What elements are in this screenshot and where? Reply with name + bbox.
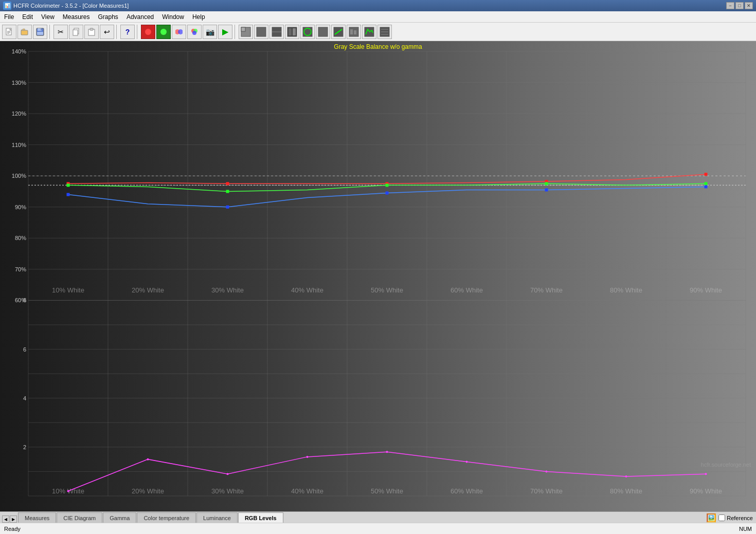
tab-prev-button[interactable]: ◀: [2, 515, 9, 523]
svg-rect-26: [289, 28, 292, 35]
toolbar: ✂ ↩ ? 📷 ▶: [0, 23, 756, 41]
menu-graphs[interactable]: Graphs: [94, 12, 122, 22]
reference-checkbox-area[interactable]: Reference: [718, 514, 753, 521]
undo-button[interactable]: ↩: [100, 25, 114, 39]
view-btn-3[interactable]: [269, 25, 284, 39]
svg-rect-7: [41, 28, 42, 30]
play-button[interactable]: ▶: [218, 25, 232, 39]
chart-area: [0, 41, 756, 511]
tab-color-temperature[interactable]: Color temperature: [137, 512, 196, 523]
title-bar-left: 📊 HCFR Colorimeter - 3.5.2 - [Color Meas…: [3, 2, 129, 10]
menu-measures[interactable]: Measures: [59, 12, 94, 22]
toolbar-sep-4: [235, 25, 237, 39]
svg-rect-30: [318, 27, 328, 36]
tab-navigation: ◀ ▶: [1, 515, 18, 523]
paste-button[interactable]: [84, 25, 99, 39]
tab-cie-diagram[interactable]: CIE Diagram: [57, 512, 102, 523]
num-indicator: NUM: [739, 526, 752, 532]
help-button[interactable]: ?: [120, 25, 135, 39]
status-text: Ready: [4, 526, 21, 532]
chart-canvas: [0, 41, 756, 511]
cut-button[interactable]: ✂: [53, 25, 68, 39]
reference-label: Reference: [727, 515, 753, 521]
svg-rect-8: [37, 32, 43, 35]
view-btn-5[interactable]: [300, 25, 315, 39]
icon-display: 🖼️: [706, 513, 716, 523]
svg-point-13: [145, 29, 151, 35]
svg-rect-21: [241, 27, 245, 31]
tab-next-button[interactable]: ▶: [10, 515, 17, 523]
maximize-button[interactable]: □: [735, 2, 744, 9]
measure-green-button[interactable]: [156, 25, 171, 39]
tab-luminance[interactable]: Luminance: [196, 512, 238, 523]
tab-rgb-levels[interactable]: RGB Levels: [238, 512, 283, 523]
svg-rect-22: [257, 27, 266, 36]
save-button[interactable]: [33, 25, 47, 39]
menu-edit[interactable]: Edit: [18, 12, 37, 22]
open-button[interactable]: [17, 25, 32, 39]
svg-rect-4: [21, 30, 28, 35]
title-bar-controls[interactable]: − □ ✕: [726, 2, 753, 9]
view-btn-9[interactable]: [362, 25, 376, 39]
svg-rect-34: [350, 29, 353, 34]
svg-rect-12: [90, 28, 93, 30]
app-title: HCFR Colorimeter - 3.5.2 - [Color Measur…: [13, 3, 129, 9]
menu-file[interactable]: File: [0, 12, 18, 22]
tab-gamma[interactable]: Gamma: [103, 512, 136, 523]
view-btn-1[interactable]: [239, 25, 253, 39]
document-area: [0, 41, 756, 511]
menu-bar: File Edit View Measures Graphs Advanced …: [0, 11, 756, 23]
tab-right-area: 🖼️ Reference: [706, 513, 755, 523]
view-btn-10[interactable]: [377, 25, 392, 39]
view-btn-8[interactable]: [347, 25, 361, 39]
svg-rect-27: [293, 28, 296, 35]
menu-advanced[interactable]: Advanced: [122, 12, 158, 22]
svg-point-14: [160, 29, 167, 35]
measure-all-button[interactable]: [187, 25, 202, 39]
svg-point-19: [192, 31, 196, 35]
toolbar-sep-3: [137, 25, 139, 39]
title-bar: 📊 HCFR Colorimeter - 3.5.2 - [Color Meas…: [0, 0, 756, 11]
minimize-button[interactable]: −: [726, 2, 734, 9]
toolbar-sep-1: [49, 25, 51, 39]
mdi-window: [0, 41, 756, 511]
measure-red-button[interactable]: [141, 25, 155, 39]
tab-bar: ◀ ▶ Measures CIE Diagram Gamma Color tem…: [0, 511, 756, 523]
svg-rect-10: [73, 30, 78, 35]
view-btn-2[interactable]: [254, 25, 268, 39]
svg-rect-35: [354, 30, 356, 34]
new-button[interactable]: [2, 25, 16, 39]
view-btn-7[interactable]: [331, 25, 346, 39]
menu-window[interactable]: Window: [158, 12, 188, 22]
close-button[interactable]: ✕: [745, 2, 753, 9]
menu-help[interactable]: Help: [188, 12, 209, 22]
camera-button[interactable]: 📷: [203, 25, 217, 39]
view-btn-6[interactable]: [316, 25, 330, 39]
app-icon: 📊: [3, 2, 11, 10]
measure-multi-button[interactable]: [172, 25, 186, 39]
status-bar: Ready NUM: [0, 523, 756, 534]
toolbar-sep-2: [116, 25, 118, 39]
copy-button[interactable]: [69, 25, 83, 39]
status-right: NUM: [739, 526, 752, 532]
reference-checkbox[interactable]: [718, 514, 725, 521]
menu-view[interactable]: View: [37, 12, 59, 22]
view-btn-4[interactable]: [285, 25, 299, 39]
tab-measures[interactable]: Measures: [18, 512, 56, 523]
